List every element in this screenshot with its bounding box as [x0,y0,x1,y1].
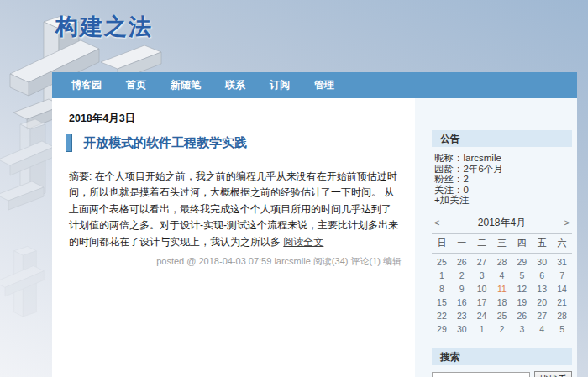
nav-item-联系[interactable]: 联系 [225,78,245,92]
site-search-input[interactable] [432,372,530,377]
calendar-day: 29 [512,255,532,269]
content-area: 2018年4月3日 开放模式的软件工程教学实践 摘要: 在个人项目开始之前，我之… [52,98,577,377]
nav-item-新随笔[interactable]: 新随笔 [171,78,201,92]
calendar-day: 24 [472,309,492,322]
nav-item-管理[interactable]: 管理 [314,78,334,92]
blog-title[interactable]: 构建之法 [55,12,153,42]
calendar-day: 11 [492,282,512,296]
metal-sculpture-decoration-fainter [0,243,59,336]
announcement-line: 关注：0 [434,185,572,196]
announcement-lines: 昵称：larcsmile园龄：2年6个月粉丝：2关注：0 [434,153,572,195]
calendar-day: 22 [432,309,452,322]
calendar-day: 10 [472,282,492,296]
calendar-month-title: 2018年4月 [439,216,564,230]
calendar-weekday-row: 日一二三四五六 [432,234,572,254]
calendar-day: 13 [532,282,552,296]
calendar-day: 29 [432,322,452,336]
calendar-day: 8 [432,282,452,296]
calendar-day: 18 [492,296,512,309]
calendar-day: 12 [512,282,532,296]
post-summary-text: 摘要: 在个人项目开始之前，我之前的编程几乎从来没有在开始前预估过时间，所以也就… [69,170,398,248]
calendar-weekday: 一 [452,237,472,249]
calendar-day: 7 [552,269,572,282]
blog-page: { "header": { "blog_title": "构建之法" }, "n… [0,0,588,377]
calendar-day: 4 [492,269,512,282]
search-header: 搜索 [432,348,572,365]
search-widget: 搜索 找找看 谷歌搜索 [432,348,572,377]
calendar-day: 2 [452,269,472,282]
nav-item-首页[interactable]: 首页 [126,78,146,92]
main-column: 2018年4月3日 开放模式的软件工程教学实践 摘要: 在个人项目开始之前，我之… [52,98,415,377]
post-meta-prefix: posted @ 2018-04-03 07:59 larcsmile [156,256,313,266]
calendar-day: 30 [532,255,552,269]
calendar-next-icon[interactable]: > [564,218,570,228]
calendar-day: 17 [472,296,492,309]
calendar-weekday: 三 [492,237,512,249]
calendar-day: 27 [472,255,492,269]
read-more-link[interactable]: 阅读全文 [283,236,323,248]
calendar-day: 25 [492,309,512,322]
nav-item-订阅[interactable]: 订阅 [270,78,290,92]
nav-item-博客园[interactable]: 博客园 [71,78,102,92]
sidebar: 公告 昵称：larcsmile园龄：2年6个月粉丝：2关注：0 +加关注 < 2… [415,98,577,377]
calendar-day: 26 [452,255,472,269]
announcement-line: 昵称：larcsmile [434,153,572,164]
calendar-day: 9 [452,282,472,296]
announcement-line: 粉丝：2 [434,174,572,185]
edit-link[interactable]: 编辑 [383,256,402,266]
calendar-weekday: 四 [512,237,532,249]
calendar-day: 21 [552,296,572,309]
calendar-day: 28 [552,309,572,322]
calendar-grid: 2526272829303112345678910111213141516171… [432,254,572,336]
site-search-button[interactable]: 找找看 [534,371,572,377]
calendar-day: 27 [532,309,552,322]
calendar-weekday: 日 [432,237,452,249]
page-container: 博客园首页新随笔联系订阅管理 2018年4月3日 开放模式的软件工程教学实践 摘… [52,72,577,377]
post-date-heading: 2018年4月3日 [69,112,407,126]
calendar-day: 30 [452,322,472,336]
post-title-row: 开放模式的软件工程教学实践 [66,134,407,160]
post-meta: posted @ 2018-04-03 07:59 larcsmile 阅读(3… [69,255,402,268]
calendar-day: 5 [552,322,572,336]
nav-bar: 博客园首页新随笔联系订阅管理 [52,72,577,98]
calendar-day[interactable]: 3 [472,269,492,282]
post-title-accent-bar [66,134,72,152]
calendar-day: 15 [432,296,452,309]
calendar-day: 20 [532,296,552,309]
calendar-day: 5 [512,269,532,282]
read-count-link[interactable]: 阅读(34) [313,256,349,266]
calendar-day: 19 [512,296,532,309]
search-row-site: 找找看 [432,371,572,377]
calendar-day: 14 [552,282,572,296]
calendar-header: < 2018年4月 > [432,214,572,234]
follow-link[interactable]: +加关注 [434,195,572,206]
calendar-day: 25 [432,255,452,269]
comment-count-link[interactable]: 评论(1) [350,256,380,266]
calendar-weekday: 六 [552,237,572,249]
announcement-header: 公告 [432,130,572,147]
post-title-link[interactable]: 开放模式的软件工程教学实践 [83,135,247,151]
calendar-weekday: 二 [472,237,492,249]
announcement-line: 园龄：2年6个月 [434,164,572,175]
calendar-day: 2 [492,322,512,336]
calendar-day: 31 [552,255,572,269]
calendar-weekday: 五 [532,237,552,249]
calendar-day: 1 [432,269,452,282]
post-summary: 摘要: 在个人项目开始之前，我之前的编程几乎从来没有在开始前预估过时间，所以也就… [69,169,400,250]
calendar-day: 3 [512,322,532,336]
calendar-day: 6 [532,269,552,282]
calendar-day: 1 [472,322,492,336]
calendar-widget: < 2018年4月 > 日一二三四五六 25262728293031123456… [432,214,572,336]
calendar-day: 28 [492,255,512,269]
calendar-day: 23 [452,309,472,322]
calendar-day: 4 [532,322,552,336]
calendar-day: 16 [452,296,472,309]
calendar-day: 26 [512,309,532,322]
